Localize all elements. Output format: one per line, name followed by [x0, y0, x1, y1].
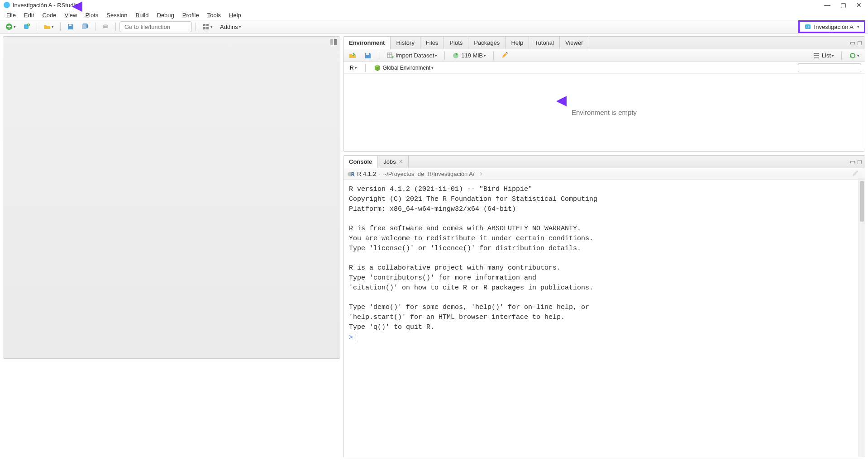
separator [841, 52, 842, 60]
menu-edit[interactable]: Edit [20, 11, 38, 19]
pane-minimize-icon[interactable]: ▭ [850, 158, 855, 165]
separator [444, 52, 445, 60]
tab-plots[interactable]: Plots [444, 37, 468, 49]
menu-profile[interactable]: Profile [179, 11, 203, 19]
menubar: File Edit Code View Plots Session Build … [0, 10, 868, 20]
scope-label: Global Environment [383, 65, 430, 71]
tab-files[interactable]: Files [420, 37, 444, 49]
svg-rect-9 [206, 27, 209, 29]
goto-dir-icon[interactable] [477, 171, 483, 177]
language-selector[interactable]: R▾ [347, 63, 360, 72]
pane-maximize-icon[interactable]: ◻ [857, 39, 862, 46]
tab-history[interactable]: History [391, 37, 420, 49]
separator [196, 23, 196, 31]
pane-minimize-icon[interactable]: ▭ [850, 39, 855, 46]
import-dataset-button[interactable]: Import Dataset▾ [384, 51, 440, 61]
tab-tutorial[interactable]: Tutorial [529, 37, 560, 49]
cube-icon [374, 64, 381, 71]
env-scope-bar: R▾ Global Environment▾ [343, 62, 865, 74]
list-icon [813, 52, 820, 59]
refresh-button[interactable]: ▾ [846, 51, 862, 61]
environment-pane: Environment History Files Plots Packages… [343, 36, 865, 152]
new-file-button[interactable]: ▾ [3, 22, 19, 32]
broom-icon [501, 52, 508, 59]
svg-rect-12 [330, 39, 333, 45]
new-project-button[interactable] [20, 22, 33, 32]
tab-viewer[interactable]: Viewer [560, 37, 589, 49]
menu-debug[interactable]: Debug [153, 11, 178, 19]
menu-help[interactable]: Help [225, 11, 245, 19]
menu-plots[interactable]: Plots [81, 11, 102, 19]
env-search-box[interactable] [798, 63, 861, 72]
addins-button[interactable]: Addins▾ [217, 22, 244, 32]
console-output[interactable]: R version 4.1.2 (2021-11-01) -- "Bird Hi… [343, 180, 865, 457]
svg-rect-7 [206, 24, 209, 26]
save-all-button[interactable] [79, 22, 91, 32]
pie-icon [452, 52, 459, 59]
menu-file[interactable]: File [3, 11, 19, 19]
tab-help[interactable]: Help [506, 37, 529, 49]
save-all-icon [81, 23, 89, 30]
separator-dot: · [379, 171, 381, 177]
load-workspace-button[interactable] [346, 51, 359, 61]
pane-maximize-icon[interactable]: ◻ [857, 158, 862, 165]
env-search-input[interactable] [801, 65, 868, 71]
cursor-icon [356, 334, 356, 341]
close-icon[interactable]: ✕ [399, 159, 403, 165]
addins-label: Addins [220, 24, 238, 30]
project-selector[interactable]: R Investigación A ▾ [798, 20, 865, 33]
scrollbar[interactable] [858, 180, 865, 457]
svg-rect-21 [856, 171, 858, 172]
svg-rect-3 [69, 24, 72, 26]
menu-code[interactable]: Code [38, 11, 60, 19]
clear-workspace-button[interactable] [498, 51, 511, 61]
main-toolbar: ▾ ▾ ▾ Addins▾ R Investigación A ▾ [0, 20, 868, 33]
print-button[interactable] [99, 22, 112, 32]
goto-file-input[interactable] [124, 24, 200, 30]
save-workspace-button[interactable] [362, 51, 374, 61]
menu-build[interactable]: Build [132, 11, 153, 19]
menu-session[interactable]: Session [103, 11, 131, 19]
folder-open-icon [43, 23, 51, 30]
menu-tools[interactable]: Tools [204, 11, 224, 19]
svg-rect-5 [104, 24, 107, 26]
tab-jobs[interactable]: Jobs✕ [378, 156, 408, 168]
source-pane [3, 36, 340, 359]
working-dir-label[interactable]: ~/Proyectos_de_R/Investigación A/ [383, 171, 475, 177]
goto-file-box[interactable] [119, 21, 192, 32]
print-icon [102, 23, 109, 30]
import-dataset-label: Import Dataset [396, 52, 434, 59]
project-plus-icon [23, 23, 30, 30]
annotation-arrow-icon: ◀ [557, 93, 567, 108]
save-button[interactable] [64, 22, 77, 32]
console-prompt: > [349, 333, 353, 341]
r-version-label: R 4.1.2 [357, 171, 376, 177]
grid-icon [202, 23, 210, 30]
source-pane-container [0, 33, 343, 460]
tab-console[interactable]: Console [343, 156, 378, 168]
workspace-layout-button[interactable]: ▾ [200, 22, 215, 32]
env-tabs: Environment History Files Plots Packages… [343, 37, 865, 49]
open-file-button[interactable]: ▾ [41, 22, 57, 32]
minimize-button[interactable]: — [824, 1, 830, 9]
tab-environment[interactable]: Environment [343, 37, 391, 49]
list-view-button[interactable]: List▾ [810, 51, 837, 61]
project-name: Investigación A [814, 24, 854, 30]
pane-layout-icon[interactable] [330, 38, 337, 47]
tab-packages[interactable]: Packages [468, 37, 506, 49]
close-button[interactable]: ✕ [856, 1, 862, 9]
maximize-button[interactable]: ▢ [840, 1, 846, 9]
clear-console-button[interactable] [849, 169, 861, 179]
memory-usage-button[interactable]: 119 MiB▾ [449, 51, 489, 61]
console-text: R version 4.1.2 (2021-11-01) -- "Bird Hi… [349, 185, 859, 332]
env-toolbar: Import Dataset▾ 119 MiB▾ List▾ [343, 49, 865, 62]
list-label: List [822, 52, 831, 59]
scrollbar-thumb[interactable] [860, 181, 864, 222]
annotation-arrow-icon: ◀ [72, 0, 82, 13]
console-subbar: R R 4.1.2 · ~/Proyectos_de_R/Investigaci… [343, 168, 865, 180]
separator [60, 23, 61, 31]
svg-rect-14 [366, 53, 369, 55]
svg-rect-8 [203, 27, 205, 29]
scope-selector[interactable]: Global Environment▾ [371, 63, 436, 73]
table-import-icon [386, 52, 394, 59]
